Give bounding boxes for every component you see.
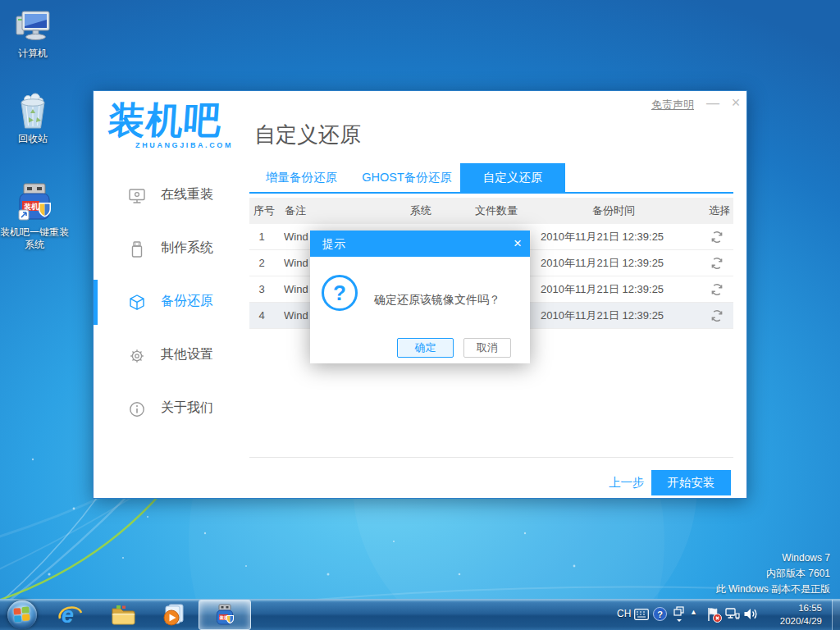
dialog-title: 提示 xyxy=(322,231,345,257)
clock-time: 16:55 xyxy=(780,601,822,614)
windows-flag-icon xyxy=(13,607,30,623)
desktop-icon-computer[interactable]: 计算机 xyxy=(0,7,66,60)
start-install-button[interactable]: 开始安装 xyxy=(651,470,731,495)
cell-note: Wind xyxy=(284,303,313,329)
cell-seq: 3 xyxy=(249,276,274,303)
cell-note: Wind xyxy=(284,250,313,276)
language-indicator[interactable]: CH xyxy=(617,608,631,619)
tab-ghost-backup-restore[interactable]: GHOST备份还原 xyxy=(354,163,460,192)
installer-usb-icon: 装机 xyxy=(13,182,56,225)
desktop-icon-recycle-bin[interactable]: 回收站 xyxy=(0,92,66,145)
col-note: 备注 xyxy=(285,198,306,224)
file-explorer-icon[interactable] xyxy=(110,602,136,628)
sidebar-item-label: 其他设置 xyxy=(161,346,213,363)
desktop-icon-label: 装机吧一键重装系统 xyxy=(0,226,69,251)
backup-restore-icon xyxy=(128,294,146,312)
dialog-close-icon[interactable]: × xyxy=(514,231,522,257)
question-icon: ? xyxy=(322,275,358,311)
windows-activation-notice: Windows 7 内部版本 7601 此 Windows 副本不是正版 xyxy=(716,550,830,597)
cell-seq: 4 xyxy=(249,303,274,329)
minimize-icon[interactable]: — xyxy=(704,96,722,111)
dialog-titlebar: 提示 × xyxy=(310,231,530,257)
window-restore-icon[interactable] xyxy=(673,606,685,623)
tab-custom-restore[interactable]: 自定义还原 xyxy=(460,163,565,192)
sidebar-item-label: 制作系统 xyxy=(161,240,213,257)
dialog-ok-button[interactable]: 确定 xyxy=(397,338,454,358)
cell-backup-time: 2010年11月21日 12:39:25 xyxy=(541,224,664,250)
col-system: 系统 xyxy=(410,198,431,224)
sidebar-item-label: 在线重装 xyxy=(161,186,213,203)
cell-seq: 1 xyxy=(249,224,274,250)
installer-usb-icon: 装机 xyxy=(213,604,236,627)
col-file-count: 文件数量 xyxy=(475,198,518,224)
confirm-dialog: 提示 × ? 确定还原该镜像文件吗？ 确定 取消 xyxy=(310,231,530,363)
sidebar-item-about-us[interactable]: 关于我们 xyxy=(128,396,251,422)
about-info-icon xyxy=(128,400,146,418)
svg-text:?: ? xyxy=(657,609,663,619)
restore-icon[interactable] xyxy=(710,283,724,296)
sidebar-item-label: 备份还原 xyxy=(161,293,213,310)
taskbar-app-button-installer[interactable]: 装机 xyxy=(199,600,251,630)
sidebar-item-backup-restore[interactable]: 备份还原 xyxy=(128,290,251,316)
version-line: 内部版本 7601 xyxy=(716,566,830,582)
desktop-icon-label: 计算机 xyxy=(0,48,66,60)
prev-step-button[interactable]: 上一步 xyxy=(609,475,645,491)
page-title: 自定义还原 xyxy=(254,121,361,149)
col-select: 选择 xyxy=(709,198,730,224)
close-icon[interactable]: × xyxy=(727,94,745,112)
cell-note: Wind xyxy=(284,276,313,303)
action-center-flag-icon[interactable] xyxy=(706,607,722,623)
cell-seq: 2 xyxy=(249,250,274,276)
volume-icon[interactable] xyxy=(743,607,758,621)
taskbar-clock[interactable]: 16:55 2020/4/29 xyxy=(780,601,822,628)
start-button[interactable] xyxy=(7,600,37,629)
internet-explorer-icon[interactable]: e xyxy=(57,602,84,628)
restore-icon[interactable] xyxy=(710,309,724,322)
monitor-reinstall-icon xyxy=(128,187,146,205)
app-logo: 装机吧 ZHUANGJIBA.COM xyxy=(108,101,233,149)
sidebar-item-label: 关于我们 xyxy=(161,399,213,417)
restore-icon[interactable] xyxy=(710,231,724,244)
recycle-bin-icon xyxy=(14,92,52,131)
cell-backup-time: 2010年11月21日 12:39:25 xyxy=(541,250,664,276)
help-icon[interactable]: ? xyxy=(653,607,667,621)
tab-bar: 增量备份还原 GHOST备份还原 自定义还原 xyxy=(249,163,733,194)
sidebar-item-make-system[interactable]: 制作系统 xyxy=(128,236,251,262)
sidebar-item-online-reinstall[interactable]: 在线重装 xyxy=(128,183,251,209)
footer-divider xyxy=(249,457,733,458)
desktop-icon-installer[interactable]: 装机 装机吧一键重装系统 xyxy=(0,182,69,251)
col-backup-time: 备份时间 xyxy=(592,198,635,224)
clock-date: 2020/4/29 xyxy=(780,614,822,628)
col-seq: 序号 xyxy=(253,198,275,224)
cell-note: Wind xyxy=(284,224,313,250)
cell-backup-time: 2010年11月21日 12:39:25 xyxy=(541,276,664,303)
cell-backup-time: 2010年11月21日 12:39:25 xyxy=(541,303,664,329)
media-player-icon[interactable] xyxy=(160,602,186,628)
app-logo-text: 装机吧 xyxy=(107,101,234,140)
tab-incremental-backup-restore[interactable]: 增量备份还原 xyxy=(249,163,354,192)
dialog-message: 确定还原该镜像文件吗？ xyxy=(374,293,500,308)
show-desktop-button[interactable] xyxy=(832,600,840,630)
table-header: 序号 备注 系统 文件数量 备份时间 选择 xyxy=(249,198,733,224)
version-line: Windows 7 xyxy=(716,550,830,566)
sidebar-active-indicator xyxy=(94,280,98,325)
network-icon[interactable] xyxy=(725,608,740,621)
app-logo-domain: ZHUANGJIBA.COM xyxy=(108,141,233,149)
keyboard-icon[interactable] xyxy=(634,609,649,620)
show-hidden-icons[interactable]: ▲ xyxy=(690,608,697,616)
usb-make-icon xyxy=(128,240,146,258)
version-line: 此 Windows 副本不是正版 xyxy=(716,582,830,597)
settings-gear-icon xyxy=(128,347,146,365)
computer-icon xyxy=(13,7,52,46)
dialog-cancel-button[interactable]: 取消 xyxy=(463,338,511,358)
restore-icon[interactable] xyxy=(710,257,724,270)
taskbar: e 装机 CH ? xyxy=(0,599,840,630)
desktop-icon-label: 回收站 xyxy=(0,133,66,145)
disclaimer-link[interactable]: 免责声明 xyxy=(651,98,694,112)
sidebar-item-other-settings[interactable]: 其他设置 xyxy=(128,343,251,369)
